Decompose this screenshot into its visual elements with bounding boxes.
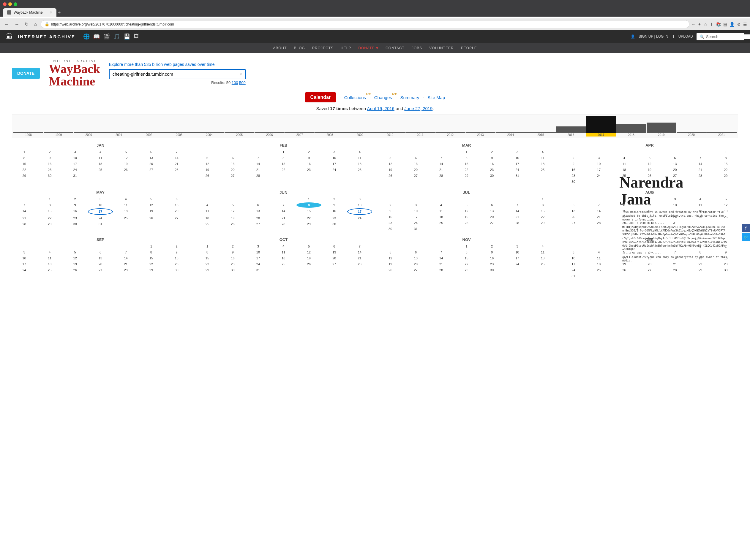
cal-day-sep-16[interactable]: 16 [164, 255, 189, 261]
cal-day-apr-11[interactable]: 11 [612, 161, 636, 166]
cal-day-aug-31[interactable]: 31 [663, 220, 687, 226]
cal-day-may-7[interactable]: 7 [12, 202, 37, 208]
cal-day-nov-4[interactable]: 4 [530, 244, 555, 249]
cal-day-may-1[interactable]: 1 [37, 196, 62, 202]
cal-day-mar-14[interactable]: 14 [429, 161, 453, 166]
cal-day-jan-15[interactable]: 15 [12, 161, 37, 166]
cal-day-jan-21[interactable]: 21 [164, 161, 189, 166]
cal-day-jun-6[interactable]: 6 [245, 202, 270, 208]
timeline-bar-2003[interactable] [164, 132, 194, 133]
cal-day-mar-7[interactable]: 7 [429, 155, 453, 161]
extension-icon[interactable]: ⚙ [737, 22, 741, 27]
cal-day-may-24[interactable]: 24 [88, 215, 113, 221]
cal-day-may-17[interactable]: 17 [88, 208, 113, 215]
cal-day-dec-10[interactable]: 10 [561, 255, 586, 261]
ia-book-icon[interactable]: 📖 [93, 33, 100, 40]
cal-day-nov-16[interactable]: 16 [479, 255, 504, 261]
cal-day-oct-15[interactable]: 15 [195, 255, 219, 261]
cal-day-jan-7[interactable]: 7 [164, 149, 189, 154]
timeline-bar-2008[interactable] [315, 132, 345, 133]
cal-day-dec-30[interactable]: 30 [713, 267, 738, 273]
timeline-bar-1999[interactable] [44, 132, 74, 133]
cal-day-dec-31[interactable]: 31 [561, 273, 586, 279]
cal-day-jan-27[interactable]: 27 [139, 167, 163, 172]
cal-day-dec-14[interactable]: 14 [663, 255, 687, 261]
cal-day-nov-1[interactable]: 1 [454, 244, 479, 249]
timeline-bar-2019[interactable] [647, 123, 677, 133]
cal-day-mar-16[interactable]: 16 [479, 161, 504, 166]
cal-day-sep-14[interactable]: 14 [114, 255, 138, 261]
cal-day-nov-5[interactable]: 5 [378, 250, 403, 255]
nav-blog[interactable]: BLOG [294, 46, 305, 50]
cal-day-oct-3[interactable]: 3 [245, 244, 270, 249]
cal-day-aug-30[interactable]: 30 [637, 220, 662, 226]
cal-day-jun-14[interactable]: 14 [271, 208, 296, 215]
timeline-bar-2015[interactable] [526, 132, 556, 133]
cal-day-oct-4[interactable]: 4 [271, 244, 296, 249]
cal-day-jul-22[interactable]: 22 [530, 214, 555, 220]
cal-day-aug-2[interactable]: 2 [637, 196, 662, 202]
cal-day-apr-12[interactable]: 12 [637, 161, 662, 166]
timeline-bar-2016[interactable] [556, 126, 586, 133]
cal-day-sep-29[interactable]: 29 [139, 267, 163, 273]
cal-day-jul-6[interactable]: 6 [479, 202, 504, 208]
cal-day-dec-6[interactable]: 6 [637, 250, 662, 255]
cal-day-may-23[interactable]: 23 [63, 215, 87, 221]
cal-day-nov-8[interactable]: 8 [454, 250, 479, 255]
cal-day-nov-11[interactable]: 11 [530, 250, 555, 255]
cal-day-dec-11[interactable]: 11 [586, 255, 611, 261]
cal-day-may-27[interactable]: 27 [164, 215, 189, 221]
cal-day-oct-10[interactable]: 10 [245, 250, 270, 255]
cal-day-jun-21[interactable]: 21 [271, 215, 296, 221]
cal-day-oct-20[interactable]: 20 [322, 255, 347, 261]
timeline-label-2011[interactable]: 2011 [405, 133, 435, 137]
url-clear-button[interactable]: × [239, 71, 242, 77]
cal-day-aug-3[interactable]: 3 [663, 196, 687, 202]
cal-day-jan-17[interactable]: 17 [63, 161, 87, 166]
cal-day-feb-24[interactable]: 24 [322, 167, 347, 172]
cal-day-sep-13[interactable]: 13 [88, 255, 113, 261]
timeline-bar-1998[interactable] [13, 132, 43, 133]
library-icon[interactable]: 📚 [716, 22, 721, 27]
cal-day-jul-20[interactable]: 20 [479, 214, 504, 220]
cal-day-mar-3[interactable]: 3 [505, 149, 530, 154]
cal-day-mar-13[interactable]: 13 [403, 161, 428, 166]
timeline-label-2003[interactable]: 2003 [164, 133, 194, 137]
cal-day-sep-4[interactable]: 4 [37, 250, 62, 255]
cal-day-nov-23[interactable]: 23 [479, 262, 504, 267]
cal-day-feb-3[interactable]: 3 [322, 149, 347, 154]
wbm-url-input[interactable] [113, 71, 239, 77]
cal-day-jul-10[interactable]: 10 [403, 208, 428, 214]
cal-day-aug-4[interactable]: 4 [688, 196, 713, 202]
cal-day-oct-23[interactable]: 23 [220, 262, 245, 267]
cal-day-jan-9[interactable]: 9 [37, 155, 62, 161]
cal-day-apr-2[interactable]: 2 [561, 155, 586, 161]
timeline-label-2015[interactable]: 2015 [526, 133, 556, 137]
timeline-bar-2012[interactable] [435, 132, 466, 133]
cal-day-apr-25[interactable]: 25 [612, 173, 636, 178]
cal-day-mar-17[interactable]: 17 [505, 161, 530, 166]
timeline-label-2017[interactable]: 2017 [586, 133, 616, 137]
cal-day-jul-18[interactable]: 18 [429, 214, 453, 220]
cal-day-mar-4[interactable]: 4 [530, 149, 555, 154]
cal-day-jul-30[interactable]: 30 [378, 226, 403, 231]
cal-day-aug-6[interactable]: 6 [561, 202, 586, 208]
cal-day-jan-18[interactable]: 18 [88, 161, 113, 166]
nav-help[interactable]: HELP [341, 46, 351, 50]
cal-day-sep-8[interactable]: 8 [139, 250, 163, 255]
cal-day-jul-16[interactable]: 16 [378, 214, 403, 220]
cal-day-feb-22[interactable]: 22 [271, 167, 296, 172]
sync-icon[interactable]: 👤 [730, 22, 734, 27]
cal-day-oct-26[interactable]: 26 [296, 262, 321, 267]
cal-day-apr-29[interactable]: 29 [713, 173, 738, 178]
cal-day-aug-23[interactable]: 23 [637, 214, 662, 220]
cal-day-jul-25[interactable]: 25 [429, 220, 453, 226]
cal-day-jun-2[interactable]: 2 [322, 196, 347, 202]
cal-day-jul-15[interactable]: 15 [530, 208, 555, 214]
cal-day-dec-13[interactable]: 13 [637, 255, 662, 261]
cal-day-nov-10[interactable]: 10 [505, 250, 530, 255]
cal-day-oct-25[interactable]: 25 [271, 262, 296, 267]
cal-day-dec-9[interactable]: 9 [713, 250, 738, 255]
cal-day-apr-7[interactable]: 7 [688, 155, 713, 161]
timeline-label-2012[interactable]: 2012 [435, 133, 465, 137]
